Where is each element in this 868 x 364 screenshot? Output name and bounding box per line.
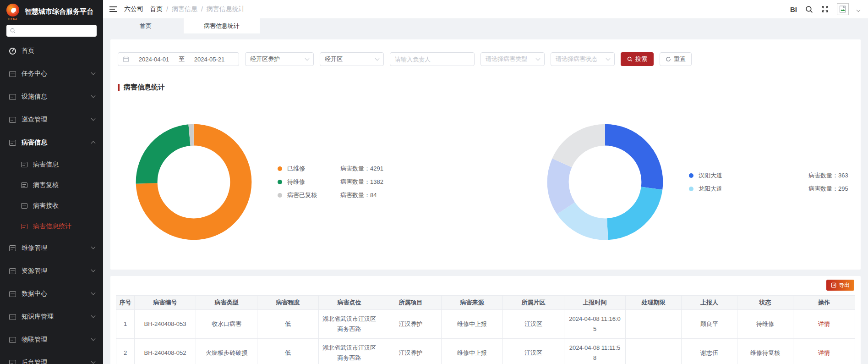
dashboard-icon <box>9 48 16 55</box>
legend-dot-hanyang <box>689 173 693 178</box>
export-button[interactable]: 导出 <box>826 280 854 291</box>
table-cell: 维修中上报 <box>442 339 503 364</box>
legend-dot-reviewed <box>278 193 282 198</box>
chevron-down-icon <box>375 56 380 61</box>
menu-collapse-icon[interactable] <box>109 6 117 12</box>
col-header: 状态 <box>737 296 793 310</box>
title-accent-bar <box>118 84 120 91</box>
sidebar-subitem-disease-stats[interactable]: 病害信息统计 <box>0 216 103 237</box>
broken-image-icon <box>839 5 847 13</box>
sidebar-subitem-disease-review[interactable]: 病害复核 <box>0 175 103 195</box>
tab-home[interactable]: 首页 <box>120 18 172 33</box>
legend-item[interactable]: 汉阳大道 病害数量：363 <box>689 169 848 182</box>
sidebar-search[interactable] <box>6 25 97 37</box>
disease-type-placeholder: 请选择病害类型 <box>486 55 527 63</box>
logo-subtext: HYSZ <box>8 17 17 20</box>
section-title-row: 病害信息统计 <box>118 83 853 92</box>
panel-icon <box>9 360 16 364</box>
sidebar-item-knowledge-mgmt[interactable]: 知识库管理 <box>0 305 103 328</box>
legend-item[interactable]: 已维修 病害数量：4291 <box>278 162 383 176</box>
legend-dot-longyang <box>689 187 693 191</box>
search-icon <box>10 28 16 33</box>
date-range-picker[interactable]: 2024-04-01 至 2024-05-21 <box>118 52 239 66</box>
legend-label: 龙阳大道 <box>699 185 808 193</box>
table-cell: 江汉区 <box>503 310 564 339</box>
table-row: 1 BH-240408-053 收水口病害 低 湖北省武汉市江汉区商务西路 江汉… <box>116 310 855 339</box>
sidebar-item-disease-info[interactable]: 病害信息 <box>0 131 103 154</box>
date-start-value[interactable]: 2024-04-01 <box>129 56 179 63</box>
table-cell: 维修中上报 <box>442 310 503 339</box>
col-header: 处理期限 <box>626 296 682 310</box>
sidebar-subitem-disease-receive[interactable]: 病害接收 <box>0 195 103 216</box>
chevron-down-icon <box>91 359 96 364</box>
date-end-value[interactable]: 2024-05-21 <box>185 56 234 63</box>
disease-status-select[interactable]: 请选择病害状态 <box>551 52 615 66</box>
content: 2024-04-01 至 2024-05-21 经开区养护 经开区 请选择 <box>103 33 868 364</box>
table-cell: BH-240408-052 <box>135 339 196 364</box>
sidebar-subitem-disease-info[interactable]: 病害信息 <box>0 154 103 175</box>
sidebar-item-label: 首页 <box>22 47 34 55</box>
legend-label: 已维修 <box>287 165 340 173</box>
logo: HYSZ 智慧城市综合服务平台 <box>0 0 103 21</box>
panel-icon <box>9 71 16 77</box>
app-title: 智慧城市综合服务平台 <box>25 7 93 16</box>
reset-button[interactable]: 重置 <box>660 52 692 66</box>
legend-item[interactable]: 待维修 病害数量：1382 <box>278 176 383 189</box>
app-window: HYSZ 智慧城市综合服务平台 首页 任务中心 设施信息 <box>0 0 868 364</box>
sidebar-item-task-center[interactable]: 任务中心 <box>0 62 103 85</box>
table-cell: 火烧板步砖破损 <box>196 339 257 364</box>
fullscreen-icon[interactable] <box>821 6 829 13</box>
breadcrumb-disease-info[interactable]: 病害信息 <box>172 5 197 13</box>
table-cell: 2024-04-08 11:16:05 <box>564 310 626 339</box>
detail-link[interactable]: 详情 <box>818 349 830 356</box>
sidebar-item-admin-mgmt[interactable]: 后台管理 <box>0 351 103 364</box>
road-chart: 汉阳大道 病害数量：363 龙阳大道 病害数量：295 <box>486 124 853 240</box>
sidebar-item-label: 物联管理 <box>22 336 47 344</box>
table-cell: 湖北省武汉市江汉区商务西路 <box>319 339 380 364</box>
sidebar-item-repair-mgmt[interactable]: 维修管理 <box>0 237 103 259</box>
road-legend: 汉阳大道 病害数量：363 龙阳大道 病害数量：295 <box>689 169 848 195</box>
sidebar-item-resource-mgmt[interactable]: 资源管理 <box>0 259 103 282</box>
tab-disease-stats[interactable]: 病害信息统计 <box>184 18 260 33</box>
disease-status-placeholder: 请选择病害状态 <box>556 55 597 63</box>
sidebar-item-label: 资源管理 <box>22 267 47 275</box>
sidebar-item-label: 数据中心 <box>22 290 47 298</box>
sidebar-item-facility-info[interactable]: 设施信息 <box>0 85 103 108</box>
disease-type-select[interactable]: 请选择病害类型 <box>480 52 545 66</box>
panel-icon <box>9 291 16 297</box>
legend-value: 病害数量：1382 <box>340 178 383 186</box>
sidebar-item-inspection-mgmt[interactable]: 巡查管理 <box>0 108 103 131</box>
legend-item[interactable]: 龙阳大道 病害数量：295 <box>689 182 848 195</box>
sidebar-item-home[interactable]: 首页 <box>0 39 103 62</box>
breadcrumb-home[interactable]: 首页 <box>150 5 163 13</box>
col-header: 病害程度 <box>257 296 319 310</box>
sidebar-item-iot-mgmt[interactable]: 物联管理 <box>0 328 103 351</box>
status-cell: 维修待复核 <box>737 339 793 364</box>
district-select[interactable]: 经开区 <box>320 52 384 66</box>
table-header-row: 序号 病害编号 病害类型 病害程度 病害点位 所属项目 病害来源 所属片区 上报… <box>116 296 855 310</box>
status-cell: 待维修 <box>737 310 793 339</box>
chevron-down-icon <box>305 56 310 61</box>
chevron-down-icon <box>606 56 611 61</box>
date-to-label: 至 <box>179 55 185 63</box>
sidebar-item-label: 维修管理 <box>22 244 47 252</box>
chevron-down-icon <box>91 71 96 75</box>
bi-button[interactable]: BI <box>790 6 797 13</box>
owner-input[interactable] <box>390 52 475 66</box>
avatar[interactable] <box>837 3 849 15</box>
sidebar-search-input[interactable] <box>18 28 93 34</box>
legend-item[interactable]: 病害已复核 病害数量：84 <box>278 189 383 202</box>
detail-link[interactable]: 详情 <box>818 320 830 327</box>
filter-bar: 2024-04-01 至 2024-05-21 经开区养护 经开区 请选择 <box>118 52 853 66</box>
table-cell: 2024-04-08 11:11:58 <box>564 339 626 364</box>
breadcrumb-separator: / <box>201 6 203 13</box>
search-icon[interactable] <box>805 6 813 13</box>
sidebar-item-label: 任务中心 <box>22 70 47 78</box>
search-button[interactable]: 搜索 <box>621 52 654 66</box>
col-header: 病害点位 <box>319 296 380 310</box>
table-cell: 2 <box>116 339 135 364</box>
table-cell <box>626 339 682 364</box>
sidebar-item-data-center[interactable]: 数据中心 <box>0 282 103 305</box>
caret-down-icon[interactable] <box>857 8 860 12</box>
maintain-unit-select[interactable]: 经开区养护 <box>245 52 314 66</box>
